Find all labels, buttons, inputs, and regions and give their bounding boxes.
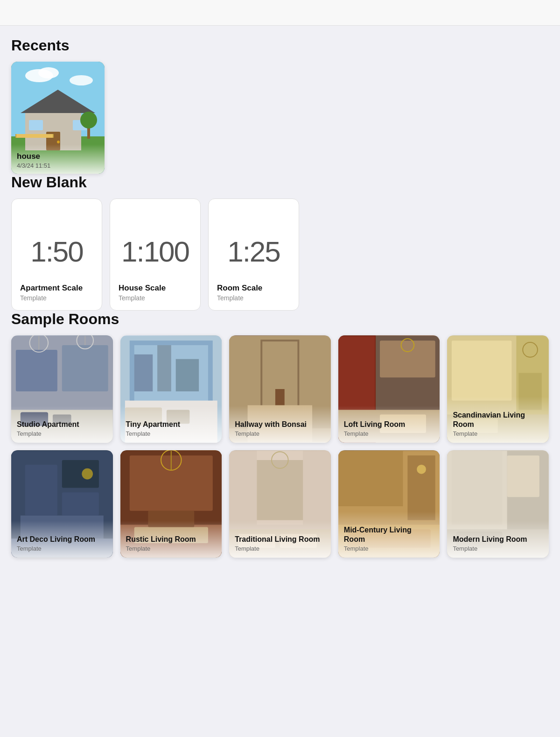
room-card-label-9: Modern Living Room Template <box>447 521 549 558</box>
room-card-1[interactable]: Tiny Apartment Template <box>120 335 222 443</box>
room-card-label-3: Loft Living Room Template <box>338 406 440 443</box>
room-card-8[interactable]: Mid-Century Living Room Template <box>338 450 440 558</box>
scale-label-1100: 1:100 <box>121 237 189 266</box>
room-card-0[interactable]: Studio Apartment Template <box>11 335 113 443</box>
blank-card-room[interactable]: 1:25 Room Scale Template <box>208 198 299 311</box>
room-card-name-2: Hallway with Bonsai <box>235 420 325 429</box>
room-card-label-4: Scandinavian Living Room Template <box>447 397 549 443</box>
app-header <box>0 0 560 26</box>
room-card-name-9: Modern Living Room <box>453 535 543 544</box>
blank-card-name-1: House Scale <box>119 283 166 293</box>
svg-rect-22 <box>62 345 108 391</box>
room-card-name-8: Mid-Century Living Room <box>344 525 434 544</box>
svg-rect-35 <box>175 359 198 391</box>
room-card-name-7: Traditional Living Room <box>235 535 325 544</box>
new-blank-title: New Blank <box>11 174 549 191</box>
room-card-sub-2: Template <box>235 430 325 437</box>
svg-rect-34 <box>157 345 171 391</box>
room-card-6[interactable]: Rustic Living Room Template <box>120 450 222 558</box>
room-card-name-4: Scandinavian Living Room <box>453 411 543 429</box>
room-card-name-5: Art Deco Living Room <box>17 535 107 544</box>
blank-row: 1:50 Apartment Scale Template 1:100 Hous… <box>11 198 549 311</box>
room-card-label-2: Hallway with Bonsai Template <box>229 406 331 443</box>
room-card-5[interactable]: Art Deco Living Room Template <box>11 450 113 558</box>
scale-label-150: 1:50 <box>30 237 83 266</box>
room-card-sub-6: Template <box>126 545 217 552</box>
room-card-label-6: Rustic Living Room Template <box>120 521 222 558</box>
svg-rect-56 <box>452 340 512 401</box>
svg-rect-63 <box>25 465 57 516</box>
room-card-label-0: Studio Apartment Template <box>11 406 113 443</box>
svg-rect-95 <box>452 451 503 524</box>
new-blank-section: New Blank 1:50 Apartment Scale Template … <box>11 174 549 311</box>
svg-rect-86 <box>338 451 403 506</box>
room-card-sub-3: Template <box>344 430 434 437</box>
room-card-label-5: Art Deco Living Room Template <box>11 521 113 558</box>
room-card-3[interactable]: Loft Living Room Template <box>338 335 440 443</box>
room-card-sub-7: Template <box>235 545 325 552</box>
main-content: Recents <box>0 26 560 576</box>
sample-rooms-title: Sample Rooms <box>11 311 549 328</box>
svg-rect-64 <box>62 460 99 488</box>
svg-rect-17 <box>87 127 90 139</box>
room-card-label-7: Traditional Living Room Template <box>229 521 331 558</box>
blank-card-sub-2: Template <box>217 294 262 302</box>
svg-rect-65 <box>62 492 99 515</box>
blank-card-house[interactable]: 1:100 House Scale Template <box>110 198 201 311</box>
room-card-sub-0: Template <box>17 430 107 437</box>
recent-card-name: house <box>17 152 99 161</box>
svg-point-6 <box>70 75 93 85</box>
room-card-name-3: Loft Living Room <box>344 420 434 429</box>
room-card-4[interactable]: Scandinavian Living Room Template <box>447 335 549 443</box>
room-card-label-1: Tiny Apartment Template <box>120 406 222 443</box>
room-card-name-1: Tiny Apartment <box>126 420 217 429</box>
recents-section: Recents <box>11 37 549 174</box>
svg-rect-33 <box>134 354 153 391</box>
blank-card-name-2: Room Scale <box>217 283 262 293</box>
svg-point-67 <box>82 468 93 480</box>
blank-card-bottom-1: House Scale Template <box>119 283 166 302</box>
svg-rect-48 <box>380 340 435 377</box>
recent-card-date: 4/3/24 11:51 <box>17 162 99 169</box>
svg-point-18 <box>80 112 97 128</box>
room-card-2[interactable]: Hallway with Bonsai Template <box>229 335 331 443</box>
blank-card-sub-1: Template <box>119 294 166 302</box>
svg-rect-12 <box>29 120 43 130</box>
scale-label-125: 1:25 <box>227 237 280 266</box>
rooms-grid: Studio Apartment Template Tiny Apartment… <box>11 335 549 558</box>
svg-point-90 <box>417 465 426 474</box>
svg-rect-42 <box>275 389 285 408</box>
room-card-sub-9: Template <box>453 545 543 552</box>
svg-rect-79 <box>257 460 303 520</box>
room-card-sub-8: Template <box>344 545 434 552</box>
blank-card-sub-0: Template <box>20 294 83 302</box>
svg-rect-21 <box>16 350 57 391</box>
room-card-sub-1: Template <box>126 430 217 437</box>
recents-title: Recents <box>11 37 549 54</box>
recent-card-house[interactable]: house 4/3/24 11:51 <box>11 62 105 174</box>
svg-point-5 <box>38 67 59 78</box>
recent-card-label: house 4/3/24 11:51 <box>11 144 105 174</box>
blank-card-bottom-2: Room Scale Template <box>217 283 262 302</box>
svg-point-11 <box>57 141 60 143</box>
sample-rooms-section: Sample Rooms Studio Apartment Template T… <box>11 311 549 558</box>
blank-card-apartment[interactable]: 1:50 Apartment Scale Template <box>11 198 102 311</box>
room-card-sub-5: Template <box>17 545 107 552</box>
svg-rect-14 <box>16 134 53 138</box>
room-card-name-0: Studio Apartment <box>17 420 107 429</box>
room-card-9[interactable]: Modern Living Room Template <box>447 450 549 558</box>
room-card-label-8: Mid-Century Living Room Template <box>338 511 440 558</box>
svg-rect-97 <box>507 455 539 497</box>
blank-card-name-0: Apartment Scale <box>20 283 83 293</box>
room-card-sub-4: Template <box>453 430 543 437</box>
blank-card-bottom-0: Apartment Scale Template <box>20 283 83 302</box>
room-card-name-6: Rustic Living Room <box>126 535 217 544</box>
recents-row: house 4/3/24 11:51 <box>11 62 549 174</box>
room-card-7[interactable]: Traditional Living Room Template <box>229 450 331 558</box>
